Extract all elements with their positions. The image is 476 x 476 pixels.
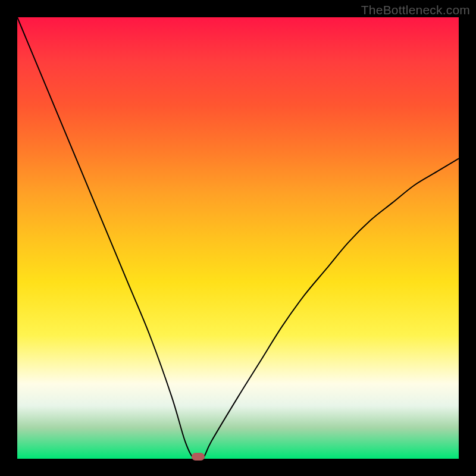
chart-frame: TheBottleneck.com: [0, 0, 476, 476]
chart-plot-area: [17, 17, 459, 459]
watermark-text: TheBottleneck.com: [361, 3, 470, 17]
optimal-marker: [192, 453, 205, 461]
bottleneck-curve: [17, 17, 459, 459]
